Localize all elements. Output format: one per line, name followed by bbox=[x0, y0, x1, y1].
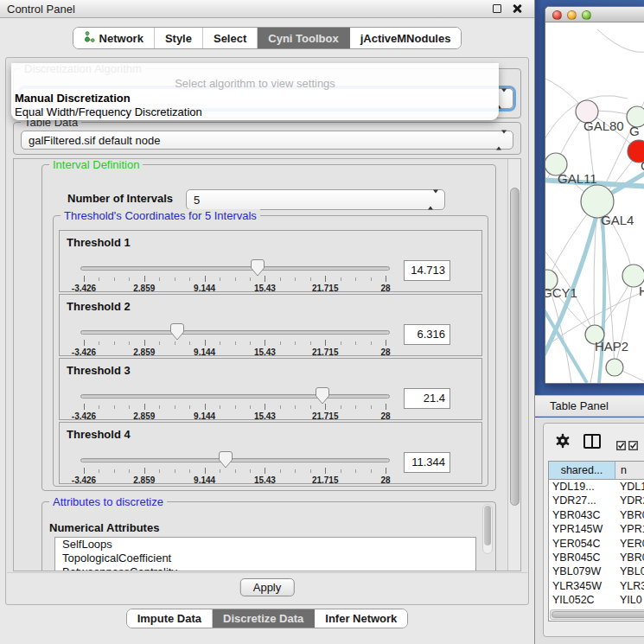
threshold-label: Threshold 4 bbox=[67, 428, 131, 441]
slider-track[interactable] bbox=[80, 458, 390, 462]
table-row[interactable]: YLR345WYLR3 bbox=[549, 579, 644, 593]
slider-track[interactable] bbox=[80, 330, 390, 335]
dropdown-option-equal-width[interactable]: Equal Width/Frequency Discretization bbox=[15, 105, 202, 118]
table-rows: YDL19...YDL1YDR27...YDR2YBR043CYBR0YPR14… bbox=[549, 480, 644, 607]
network-node-label: HAP2 bbox=[595, 339, 628, 354]
threshold-value-field[interactable]: 14.713 bbox=[404, 260, 450, 281]
attribute-item[interactable]: BetweennessCentrality bbox=[55, 565, 475, 571]
slider-thumb-icon[interactable] bbox=[251, 259, 265, 277]
table-panel-toolbar bbox=[544, 424, 644, 458]
attribute-item[interactable]: TopologicalCoefficient bbox=[55, 552, 475, 565]
table-data-value: galFiltered.sif default node bbox=[29, 134, 160, 147]
table-panel-titlebar: Table Panel bbox=[535, 395, 644, 417]
tab-impute-data[interactable]: Impute Data bbox=[127, 609, 213, 628]
control-panel-titlebar: Control Panel bbox=[0, 0, 534, 18]
close-icon[interactable] bbox=[512, 3, 522, 14]
table-header: shared... n bbox=[549, 462, 644, 480]
gear-icon[interactable] bbox=[555, 433, 571, 452]
dropdown-option-manual-discretization[interactable]: Manual Discretization bbox=[15, 92, 131, 105]
column-header-name[interactable]: n bbox=[615, 462, 644, 479]
scrollbar-thumb[interactable] bbox=[552, 611, 644, 618]
zoom-traffic-light-icon[interactable] bbox=[582, 10, 591, 20]
table-row[interactable]: YPR145WYPR1 bbox=[549, 522, 644, 536]
table-row[interactable]: YBL079WYBL0 bbox=[549, 564, 644, 578]
network-node-label: H bbox=[639, 284, 644, 298]
threshold-slider[interactable]: -3.4262.8599.14415.4321.71528 bbox=[80, 386, 392, 421]
tab-infer-network[interactable]: Infer Network bbox=[315, 609, 407, 628]
table-row[interactable]: YDL19...YDL1 bbox=[549, 480, 644, 494]
algorithm-dropdown-popup: Select algorithm to view settings Manual… bbox=[11, 63, 499, 120]
threshold-value-field[interactable]: 6.316 bbox=[404, 324, 450, 345]
settings-scroll-area: Interval Definition Number of Intervals … bbox=[13, 158, 521, 571]
table-row[interactable]: YBR045CYBR0 bbox=[549, 551, 644, 564]
threshold-value-field[interactable]: 21.4 bbox=[404, 388, 450, 409]
tab-style[interactable]: Style bbox=[155, 28, 203, 48]
float-window-icon[interactable] bbox=[493, 4, 501, 13]
network-window-titlebar bbox=[545, 7, 644, 22]
threshold-slider[interactable]: -3.4262.8599.14415.4321.71528 bbox=[80, 450, 392, 485]
attributes-list-scrollbar[interactable] bbox=[482, 504, 493, 554]
node-table: shared... n YDL19...YDL1YDR27...YDR2YBR0… bbox=[548, 461, 644, 622]
threshold-slider[interactable]: -3.4262.8599.14415.4321.71528 bbox=[80, 258, 392, 293]
network-node-label: G bbox=[629, 124, 640, 138]
scrollbar-thumb[interactable] bbox=[510, 188, 520, 506]
control-panel-window: Control Panel Network St bbox=[0, 0, 535, 644]
network-node-label: GCY1 bbox=[545, 285, 577, 300]
slider-thumb-icon[interactable] bbox=[316, 387, 329, 405]
table-panel-body: shared... n YDL19...YDL1YDR27...YDR2YBR0… bbox=[543, 423, 644, 637]
threshold-label: Threshold 2 bbox=[67, 300, 131, 313]
threshold-slider[interactable]: -3.4262.8599.14415.4321.71528 bbox=[80, 322, 392, 357]
tab-select[interactable]: Select bbox=[203, 28, 258, 48]
split-view-icon[interactable] bbox=[583, 434, 601, 449]
network-view-window: GAL80GCGAL11GAL4GCY1HHAP2 bbox=[545, 6, 644, 384]
threshold-value-field[interactable]: 11.344 bbox=[404, 452, 450, 473]
number-of-intervals-combobox[interactable]: 5 bbox=[186, 189, 445, 210]
threshold-row: Threshold 3 -3.4262.8599.14415.4321.7152… bbox=[59, 358, 482, 420]
table-row[interactable]: YDR27...YDR2 bbox=[549, 494, 644, 507]
dropdown-placeholder: Select algorithm to view settings bbox=[11, 77, 499, 90]
table-data-combobox[interactable]: galFiltered.sif default node bbox=[21, 131, 513, 150]
numerical-attributes-list[interactable]: SelfLoopsTopologicalCoefficientBetweenne… bbox=[54, 537, 476, 571]
network-canvas[interactable]: GAL80GCGAL11GAL4GCY1HHAP2 bbox=[545, 22, 644, 383]
combo-arrows-icon bbox=[428, 190, 438, 210]
table-row[interactable]: YBR043CYBR0 bbox=[549, 508, 644, 522]
network-node-label: GAL4 bbox=[601, 213, 634, 227]
tab-network[interactable]: Network bbox=[73, 28, 155, 48]
number-of-intervals-label: Number of Intervals bbox=[67, 192, 173, 205]
apply-button[interactable]: Apply bbox=[240, 578, 295, 596]
table-row[interactable]: YIL052CYIL0 bbox=[549, 593, 644, 607]
threshold-row: Threshold 4 -3.4262.8599.14415.4321.7152… bbox=[59, 422, 482, 484]
slider-thumb-icon[interactable] bbox=[219, 451, 233, 469]
slider-thumb-icon[interactable] bbox=[170, 323, 184, 341]
attributes-group: Attributes to discretize Numerical Attri… bbox=[41, 501, 496, 571]
interval-definition-group: Interval Definition Number of Intervals … bbox=[41, 164, 496, 491]
combo-arrows-icon bbox=[496, 131, 507, 150]
table-row[interactable]: YER054CYER0 bbox=[549, 537, 644, 551]
tab-discretize-data[interactable]: Discretize Data bbox=[213, 609, 315, 628]
threshold-label: Threshold 1 bbox=[67, 236, 131, 249]
attribute-item[interactable]: SelfLoops bbox=[55, 538, 475, 552]
checkbox-icon[interactable] bbox=[616, 438, 626, 454]
slider-track[interactable] bbox=[80, 266, 390, 271]
slider-track[interactable] bbox=[80, 394, 390, 399]
tab-label: Network bbox=[99, 32, 143, 45]
minimize-traffic-light-icon[interactable] bbox=[567, 10, 577, 20]
threshold-row: Threshold 2 -3.4262.8599.14415.4321.7152… bbox=[59, 294, 482, 356]
apply-strip: Apply bbox=[7, 572, 527, 603]
checkbox-icon[interactable] bbox=[628, 438, 638, 454]
desktop-background: GAL80GCGAL11GAL4GCY1HHAP2 Table Panel bbox=[535, 0, 644, 644]
window-title: Control Panel bbox=[7, 3, 75, 16]
tab-cyni-toolbox[interactable]: Cyni Toolbox bbox=[258, 28, 349, 48]
table-horizontal-scrollbar[interactable] bbox=[550, 609, 644, 620]
threshold-coordinates-group: Threshold's Coordinates for 5 Intervals … bbox=[53, 215, 488, 487]
network-node-label: GAL11 bbox=[558, 171, 597, 186]
close-traffic-light-icon[interactable] bbox=[552, 10, 562, 20]
settings-vertical-scrollbar[interactable] bbox=[507, 159, 520, 571]
network-node[interactable] bbox=[606, 359, 623, 376]
tab-jactivemnodules[interactable]: jActiveMNodules bbox=[350, 28, 462, 48]
network-node-label: GAL80 bbox=[583, 118, 624, 133]
number-of-intervals-value: 5 bbox=[194, 194, 200, 207]
threshold-label: Threshold 3 bbox=[67, 364, 131, 377]
column-header-shared-name[interactable]: shared... bbox=[549, 462, 615, 479]
screen: Control Panel Network St bbox=[0, 0, 644, 644]
